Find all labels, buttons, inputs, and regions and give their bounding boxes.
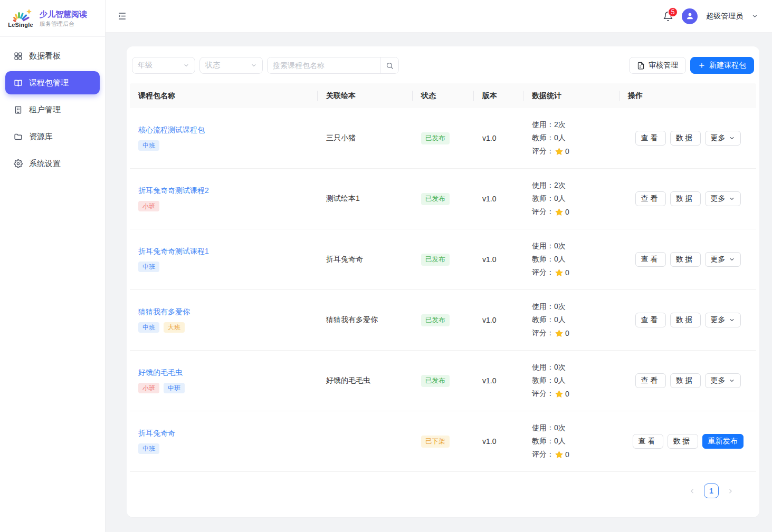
- usage-label: 使用：: [532, 423, 554, 433]
- more-label: 更多: [711, 194, 726, 204]
- audit-document-icon: [637, 62, 645, 70]
- usage-value: 2次: [554, 120, 566, 130]
- view-button[interactable]: 查看: [635, 131, 666, 146]
- view-button[interactable]: 查看: [635, 191, 666, 206]
- chevron-down-icon: [729, 196, 735, 202]
- usage-value: 0次: [554, 423, 566, 433]
- rating-value: 0: [565, 450, 569, 459]
- sidebar-item-course-packages[interactable]: 课程包管理: [5, 71, 100, 94]
- building-icon: [14, 105, 23, 114]
- package-name-link[interactable]: 折耳兔奇奇测试课程2: [138, 186, 209, 196]
- review-management-button[interactable]: 审核管理: [629, 57, 686, 74]
- rating-value: 0: [565, 208, 569, 216]
- grade-tags: 中班: [138, 443, 159, 454]
- status-select[interactable]: 状态: [199, 57, 263, 74]
- search-input[interactable]: [268, 57, 380, 73]
- review-management-label: 审核管理: [649, 61, 678, 70]
- view-button[interactable]: 查看: [635, 373, 666, 388]
- rating-label: 评分：: [532, 268, 554, 277]
- star-icon: [555, 329, 564, 338]
- user-menu-chevron[interactable]: [751, 13, 758, 20]
- stats-cell: 使用：0次 教师：0人 评分： 0: [523, 234, 619, 285]
- teachers-value: 0人: [554, 255, 566, 264]
- pagination-next-button[interactable]: [726, 487, 735, 496]
- sidebar-item-settings[interactable]: 系统设置: [5, 152, 100, 175]
- more-button[interactable]: 更多: [705, 191, 741, 206]
- status-badge: 已发布: [421, 254, 450, 266]
- chevron-down-icon: [183, 62, 189, 69]
- teachers-label: 教师：: [532, 255, 554, 264]
- sidebar-item-tenants[interactable]: 租户管理: [5, 98, 100, 121]
- data-button[interactable]: 数据: [670, 373, 701, 388]
- more-button[interactable]: 更多: [705, 373, 741, 388]
- teachers-value: 0人: [554, 437, 566, 446]
- notification-badge: 5: [668, 7, 678, 17]
- grade-tag: 中班: [138, 262, 159, 272]
- usage-label: 使用：: [532, 302, 554, 312]
- brand-logo-word: LeSingle: [8, 22, 33, 28]
- avatar[interactable]: [682, 8, 698, 24]
- create-package-button[interactable]: 新建课程包: [690, 57, 754, 74]
- pagination-page-1[interactable]: 1: [704, 483, 719, 498]
- stats-cell: 使用：0次 教师：0人 评分： 0: [523, 295, 619, 345]
- table-header: 课程包名称 关联绘本 状态 版本 数据统计 操作: [130, 83, 756, 108]
- grade-tags: 中班: [138, 262, 159, 272]
- package-name-link[interactable]: 好饿的毛毛虫: [138, 368, 183, 378]
- rating-label: 评分：: [532, 147, 554, 156]
- view-button[interactable]: 查看: [635, 313, 666, 327]
- status-select-placeholder: 状态: [205, 61, 220, 70]
- chevron-down-icon: [729, 135, 735, 141]
- star-icon: [555, 268, 564, 277]
- user-name[interactable]: 超级管理员: [706, 12, 743, 21]
- star-icon: [555, 147, 564, 156]
- view-button[interactable]: 查看: [633, 434, 663, 449]
- data-button[interactable]: 数据: [668, 434, 698, 449]
- status-badge: 已发布: [421, 132, 450, 144]
- usage-label: 使用：: [532, 363, 554, 372]
- package-name-link[interactable]: 折耳兔奇奇: [138, 429, 175, 438]
- more-button[interactable]: 更多: [705, 313, 741, 327]
- grade-tags: 小班中班: [138, 383, 185, 393]
- package-name-link[interactable]: 折耳兔奇奇测试课程1: [138, 247, 209, 256]
- sidebar-item-resources[interactable]: 资源库: [5, 125, 100, 148]
- more-label: 更多: [711, 133, 726, 143]
- data-button[interactable]: 数据: [670, 313, 701, 327]
- data-button[interactable]: 数据: [670, 191, 701, 206]
- table-row: 折耳兔奇奇 中班 已下架 v1.0 使用：0次 教师：0人 评分： 0 查看 数…: [130, 411, 756, 472]
- rating-label: 评分：: [532, 207, 554, 217]
- rating-value: 0: [565, 268, 569, 277]
- teachers-label: 教师：: [532, 376, 554, 385]
- view-button[interactable]: 查看: [635, 252, 666, 267]
- table-row: 猜猜我有多爱你 中班大班 猜猜我有多爱你 已发布 v1.0 使用：0次 教师：0…: [130, 290, 756, 351]
- version-value: v1.0: [482, 437, 515, 446]
- column-header-status: 状态: [413, 83, 474, 108]
- pagination: 1: [130, 472, 756, 498]
- sidebar-item-label: 资源库: [29, 132, 53, 142]
- more-button[interactable]: 更多: [705, 252, 741, 267]
- more-button[interactable]: 更多: [705, 131, 741, 146]
- rating-value: 0: [565, 329, 569, 337]
- data-button[interactable]: 数据: [670, 131, 701, 146]
- top-header: 5 超级管理员: [106, 0, 772, 33]
- grade-tag: 中班: [138, 140, 159, 151]
- course-package-table: 课程包名称 关联绘本 状态 版本 数据统计 操作 核心流程测试课程包 中班 三只…: [130, 83, 756, 472]
- grade-tags: 中班大班: [138, 322, 185, 333]
- status-badge: 已发布: [421, 375, 450, 387]
- chevron-down-icon: [729, 378, 735, 384]
- status-badge: 已下架: [421, 436, 450, 448]
- package-name-link[interactable]: 核心流程测试课程包: [138, 125, 205, 135]
- notification-bell[interactable]: 5: [663, 11, 673, 22]
- republish-button[interactable]: 重新发布: [702, 434, 744, 449]
- search-button[interactable]: [380, 57, 398, 73]
- pagination-prev-button[interactable]: [688, 487, 697, 496]
- package-name-link[interactable]: 猜猜我有多爱你: [138, 307, 190, 317]
- teachers-label: 教师：: [532, 437, 554, 446]
- grade-select[interactable]: 年级: [132, 57, 195, 74]
- column-header-name: 课程包名称: [130, 83, 318, 108]
- sidebar-item-dashboard[interactable]: 数据看板: [5, 44, 100, 67]
- sidebar-collapse-button[interactable]: [117, 11, 127, 21]
- grade-tag: 中班: [138, 443, 159, 454]
- course-package-card: 年级 状态: [127, 46, 759, 517]
- plus-icon: [698, 62, 706, 69]
- data-button[interactable]: 数据: [670, 252, 701, 267]
